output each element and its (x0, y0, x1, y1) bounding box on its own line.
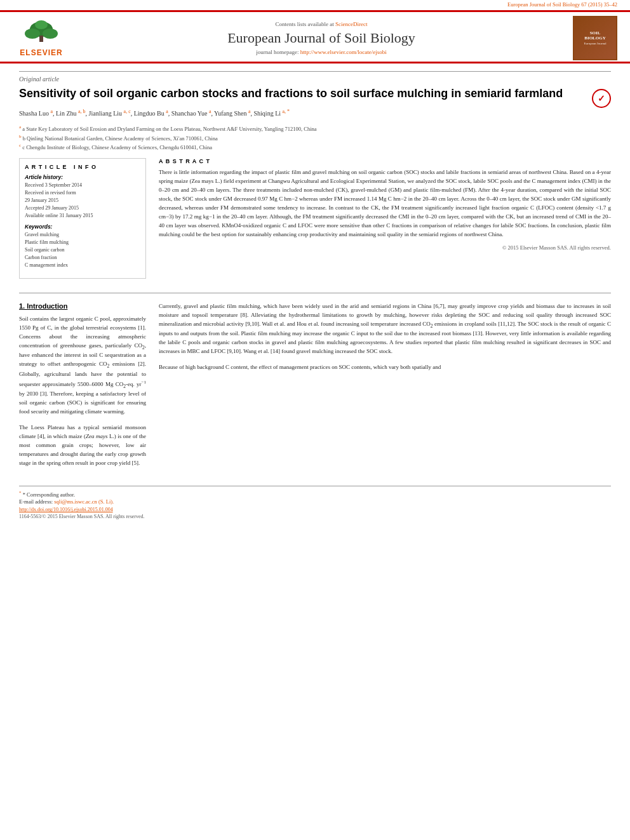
available-date: Available online 31 January 2015 (25, 212, 140, 220)
intro-col2-para-2: Because of high background C content, th… (159, 363, 611, 372)
affiliations: a a State Key Laboratory of Soil Erosion… (19, 124, 611, 152)
footer: * * Corresponding author. E-mail address… (0, 481, 630, 524)
intro-para-2: The Loess Plateau has a typical semiarid… (19, 423, 146, 468)
keyword-1: Gravel mulching (25, 231, 140, 239)
elsevier-logo: ELSEVIER (13, 20, 70, 57)
journal-homepage: journal homepage: http://www.elsevier.co… (76, 49, 566, 55)
article-info-heading: A R T I C L E I N F O (25, 164, 140, 170)
corresponding-author-note: * * Corresponding author. (19, 490, 611, 498)
journal-name: European Journal of Soil Biology (76, 30, 566, 46)
keyword-4: Carbon fraction (25, 254, 140, 262)
email-link[interactable]: sqli@ms.iswc.ac.cn (S. Li). (54, 498, 114, 505)
svg-rect-3 (39, 36, 43, 42)
article-content: Original article Sensitivity of soil org… (0, 65, 630, 474)
abstract-text: There is little information regarding th… (159, 168, 611, 239)
elsevier-wordmark: ELSEVIER (20, 48, 62, 57)
elsevier-tree-icon (16, 20, 67, 48)
footer-divider (19, 486, 611, 486)
abstract-heading: A B S T R A C T (159, 158, 611, 164)
introduction-columns: 1. Introduction Soil contains the larges… (19, 302, 611, 467)
keywords-section: Keywords: Gravel mulching Plastic film m… (25, 223, 140, 269)
received-date: Received 3 September 2014 (25, 182, 140, 189)
article-title: Sensitivity of soil organic carbon stock… (19, 86, 586, 101)
history-heading: Article history: (25, 174, 140, 180)
info-abstract-section: A R T I C L E I N F O Article history: R… (19, 158, 611, 285)
title-row: Sensitivity of soil organic carbon stock… (19, 86, 611, 108)
introduction-heading: 1. Introduction (19, 302, 146, 310)
article-type: Original article (19, 71, 611, 83)
intro-para-1: Soil contains the largest organic C pool… (19, 315, 146, 417)
red-bar-bottom (0, 62, 630, 63)
intro-col2-para-1: Currently, gravel and plastic film mulch… (159, 302, 611, 356)
accepted-date: Accepted 29 January 2015 (25, 204, 140, 212)
received-revised-label: Received in revised form (25, 189, 140, 197)
abstract-section: A B S T R A C T There is little informat… (159, 158, 611, 251)
article-info-column: A R T I C L E I N F O Article history: R… (19, 158, 146, 285)
svg-point-2 (43, 29, 58, 39)
svg-point-1 (25, 29, 40, 39)
crossmark-icon[interactable]: ✓ (592, 89, 611, 108)
body-right-col: Currently, gravel and plastic film mulch… (159, 302, 611, 467)
journal-citation: European Journal of Soil Biology 67 (201… (0, 0, 630, 9)
body-left-col: 1. Introduction Soil contains the larges… (19, 302, 146, 467)
article-history-section: Article history: Received 3 September 20… (25, 174, 140, 220)
keywords-heading: Keywords: (25, 223, 140, 230)
page: European Journal of Soil Biology 67 (201… (0, 0, 630, 840)
svg-point-4 (35, 20, 48, 29)
article-info-box: A R T I C L E I N F O Article history: R… (19, 158, 146, 279)
revised-date: 29 January 2015 (25, 197, 140, 204)
introduction-section: 1. Introduction Soil contains the larges… (19, 302, 611, 467)
issn-text: 1164-5563/© 2015 Elsevier Masson SAS. Al… (19, 514, 611, 519)
soil-biology-logo: SOIL BIOLOGY European Journal (573, 16, 617, 60)
abstract-column: A B S T R A C T There is little informat… (159, 158, 611, 285)
keyword-2: Plastic film mulching (25, 239, 140, 246)
keyword-3: Soil organic carbon (25, 246, 140, 254)
sciencedirect-note: Contents lists available at ScienceDirec… (76, 21, 566, 27)
authors: Shasha Luo a, Lin Zhu a, b, Jianliang Li… (19, 108, 611, 119)
journal-title-block: Contents lists available at ScienceDirec… (70, 21, 573, 55)
doi-link[interactable]: http://dx.doi.org/10.1016/j.ejsobi.2015.… (19, 507, 611, 512)
section-divider (19, 293, 611, 293)
sciencedirect-link[interactable]: ScienceDirect (335, 21, 367, 27)
journal-homepage-link[interactable]: http://www.elsevier.com/locate/ejsobi (300, 49, 387, 55)
email-note: E-mail address: sqli@ms.iswc.ac.cn (S. L… (19, 498, 611, 505)
red-bar-top (0, 10, 630, 12)
journal-header: ELSEVIER Contents lists available at Sci… (0, 13, 630, 60)
keyword-5: C management index (25, 262, 140, 269)
svg-text:✓: ✓ (598, 93, 605, 103)
citation-text: European Journal of Soil Biology 67 (201… (507, 1, 617, 8)
copyright-text: © 2015 Elsevier Masson SAS. All rights r… (159, 244, 611, 251)
